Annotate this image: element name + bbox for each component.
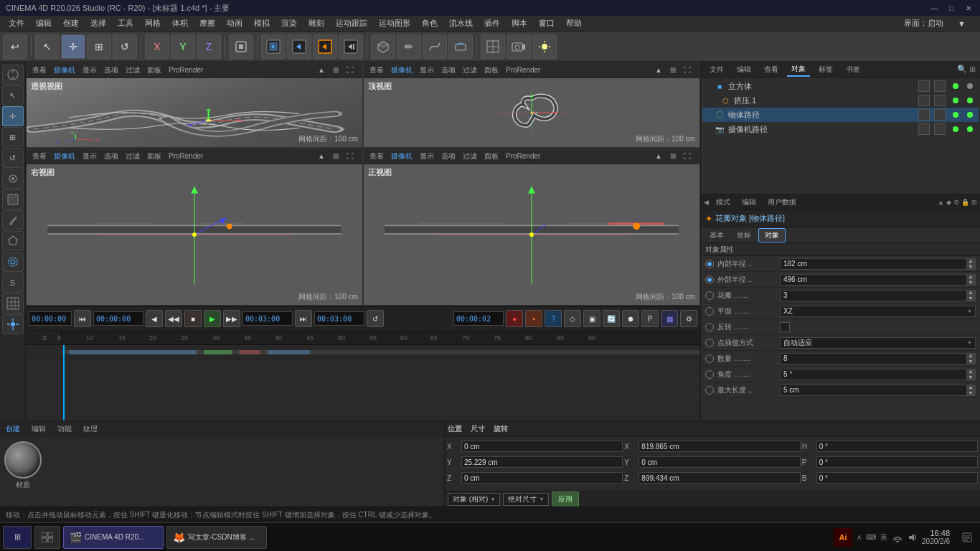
spin-up3[interactable]: ▲ xyxy=(966,290,975,296)
menu-file[interactable]: 文件 xyxy=(3,17,30,30)
spin-down2[interactable]: ▼ xyxy=(966,280,975,286)
spin-up2[interactable]: ▲ xyxy=(966,274,975,280)
pos-x[interactable]: 0 cm xyxy=(461,441,623,452)
axis-y-btn[interactable]: Y xyxy=(171,34,195,59)
scale2-btn[interactable]: ⊞ xyxy=(2,127,24,147)
stop-btn[interactable]: ■ xyxy=(184,310,202,327)
grid-btn[interactable] xyxy=(481,34,505,59)
maxlength-value[interactable]: 5 cm ▲▼ xyxy=(780,385,976,396)
speaker-icon[interactable] xyxy=(908,532,918,542)
radio-count[interactable] xyxy=(705,354,714,363)
front-canvas[interactable]: 正视图 xyxy=(364,164,699,305)
render-queue-btn[interactable] xyxy=(339,34,363,59)
render-region-btn[interactable] xyxy=(261,34,286,59)
object-item-extrude[interactable]: ⬡ 挤压.1 xyxy=(702,93,979,108)
mode-btn-mode[interactable]: 模式 xyxy=(712,196,735,209)
mat-tab-func[interactable]: 功能 xyxy=(55,423,75,435)
front-vp-display[interactable]: 显示 xyxy=(417,151,437,162)
vp-menu-camera[interactable]: 摄像机 xyxy=(51,65,78,76)
step-back-btn[interactable]: ◀ xyxy=(146,310,163,327)
tab-objects[interactable]: 对象 xyxy=(787,62,810,77)
size-y[interactable]: 0 cm xyxy=(639,456,800,468)
obj-lock-check-3[interactable] xyxy=(934,109,946,121)
coord-mode-dropdown[interactable]: 对象 (相对) ▼ xyxy=(448,493,500,506)
rot-b[interactable]: 0 ° xyxy=(816,472,978,484)
render-active-btn[interactable] xyxy=(287,34,311,59)
start-frame-input[interactable]: 00:00:00 xyxy=(29,311,72,326)
grid2-btn[interactable] xyxy=(2,293,24,314)
mat-tab-create[interactable]: 创建 xyxy=(3,423,23,435)
scale-button[interactable]: ⊞ xyxy=(87,34,111,59)
camera-btn[interactable] xyxy=(507,34,531,59)
right-vp-prorender[interactable]: ProRender xyxy=(166,151,206,161)
right-vp-filter[interactable]: 过滤 xyxy=(123,151,143,162)
tab-object[interactable]: 对象 xyxy=(758,228,786,242)
axis-x-btn[interactable]: X xyxy=(145,34,169,59)
axis-z-btn[interactable]: Z xyxy=(197,34,221,59)
front-vp-options[interactable]: 选项 xyxy=(438,151,458,162)
spin-down6[interactable]: ▼ xyxy=(966,390,975,396)
count-value[interactable]: 8 ▲▼ xyxy=(780,353,976,364)
close-button[interactable]: ✕ xyxy=(963,2,974,14)
loop-btn[interactable]: ↺ xyxy=(367,310,384,327)
front-vp-panel[interactable]: 面板 xyxy=(481,151,501,162)
firefox-taskbar-btn[interactable]: 🦊 写文章-CSDN博客 ... xyxy=(166,526,267,549)
record2-btn[interactable]: ⏺ xyxy=(622,310,639,327)
collapse-icon[interactable]: ⊞ xyxy=(969,65,976,74)
texture-btn[interactable] xyxy=(2,189,24,209)
front-viewport[interactable]: 查看 摄像机 显示 选项 过滤 面板 ProRender ▲ ⊞ ⛶ xyxy=(363,148,700,306)
object-item-cube[interactable]: ■ 立方体 xyxy=(702,79,979,93)
material-item[interactable]: 材质 xyxy=(4,441,42,490)
minimize-button[interactable]: — xyxy=(928,2,940,14)
render-active-anim-btn[interactable]: ▣ xyxy=(583,310,600,327)
render-end-input[interactable]: 00:03:00 xyxy=(314,311,364,326)
loop2-btn[interactable]: 🔄 xyxy=(603,310,620,327)
angle-value[interactable]: 5 ° ▲▼ xyxy=(780,369,976,380)
obj-vis-check-2[interactable] xyxy=(918,95,930,106)
right-viewport[interactable]: 查看 摄像机 显示 选项 过滤 面板 ProRender ▲ ⊞ ⛶ xyxy=(26,148,363,306)
obj-lock-check-4[interactable] xyxy=(934,123,946,135)
anim-btn[interactable] xyxy=(2,169,24,189)
tab-edit[interactable]: 编辑 xyxy=(732,63,755,76)
right-vp-camera[interactable]: 摄像机 xyxy=(51,151,78,162)
vp-grid-btn[interactable]: ⊞ xyxy=(330,65,341,75)
go-start-btn[interactable]: ⏮ xyxy=(74,310,91,327)
top-canvas[interactable]: 顶视图 xyxy=(364,78,699,147)
step-fwd-btn[interactable]: ▶▶ xyxy=(223,310,240,327)
top-vp-menu-options[interactable]: 选项 xyxy=(438,65,458,76)
c4d-taskbar-btn[interactable]: 🎬 CINEMA 4D R20... xyxy=(63,526,164,549)
right-canvas[interactable]: 右视图 xyxy=(27,164,362,305)
menu-plugin[interactable]: 插件 xyxy=(479,17,506,30)
pos-y[interactable]: 25.229 cm xyxy=(461,456,623,468)
menu-window[interactable]: 窗口 xyxy=(533,17,560,30)
mat-tab-texture[interactable]: 纹理 xyxy=(80,423,100,435)
object-item-path[interactable]: 〇 物体路径 xyxy=(702,108,979,122)
top-vp-menu-prorender[interactable]: ProRender xyxy=(503,65,543,75)
radio-plane[interactable] xyxy=(705,307,714,316)
undo-button[interactable]: ↩ xyxy=(3,34,27,59)
obj-lock-check-1[interactable] xyxy=(934,80,946,92)
settings-anim-btn[interactable]: ⚙ xyxy=(680,310,697,327)
interp-dropdown[interactable]: 自动适应 xyxy=(780,337,976,349)
front-vp-full[interactable]: ⛶ xyxy=(681,151,694,161)
rotate2-btn[interactable]: ↺ xyxy=(2,148,24,168)
spin-down3[interactable]: ▼ xyxy=(966,296,975,301)
network-icon[interactable] xyxy=(892,532,903,542)
playhead[interactable] xyxy=(63,345,65,420)
spin-down4[interactable]: ▼ xyxy=(966,359,975,364)
menu-sculpt2[interactable]: 雕刻 xyxy=(303,17,330,30)
light-btn[interactable] xyxy=(532,34,557,59)
tab-basic[interactable]: 基本 xyxy=(704,229,730,242)
right-vp-full[interactable]: ⛶ xyxy=(344,151,357,161)
pen-btn[interactable]: ✏ xyxy=(397,34,421,59)
tab-tags[interactable]: 标签 xyxy=(814,63,837,76)
front-vp-view[interactable]: 查看 xyxy=(367,151,387,162)
spin-down5[interactable]: ▼ xyxy=(966,375,975,380)
vp-full-btn[interactable]: ⛶ xyxy=(344,65,357,75)
current-time-input[interactable]: 00:00:00 xyxy=(93,311,143,326)
autokey-btn[interactable]: ⚬ xyxy=(525,310,542,327)
top-vp-full-btn[interactable]: ⛶ xyxy=(681,65,694,75)
right-vp-panel[interactable]: 面板 xyxy=(144,151,164,162)
snap-btn[interactable] xyxy=(2,314,24,334)
object-mode-btn[interactable] xyxy=(229,34,253,59)
